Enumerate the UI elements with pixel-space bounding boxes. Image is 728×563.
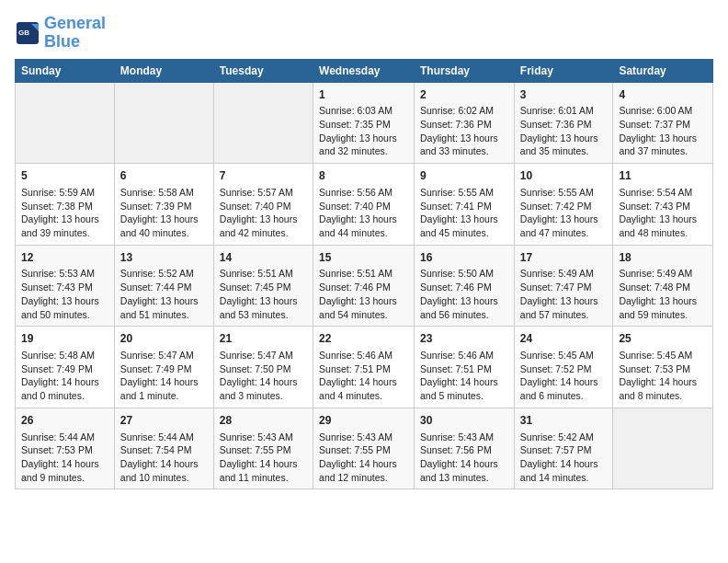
column-header-friday: Friday bbox=[514, 59, 613, 82]
day-info: Sunrise: 5:45 AM bbox=[619, 349, 707, 362]
day-number: 25 bbox=[619, 331, 707, 347]
day-number: 23 bbox=[420, 331, 508, 347]
day-info: Sunset: 7:55 PM bbox=[220, 443, 307, 457]
day-info: Daylight: 13 hours bbox=[619, 132, 707, 145]
day-info: Daylight: 13 hours bbox=[319, 132, 408, 145]
day-info: Sunrise: 5:52 AM bbox=[120, 267, 208, 281]
day-info: Sunrise: 5:49 AM bbox=[520, 267, 608, 281]
day-info: Daylight: 13 hours bbox=[420, 132, 508, 145]
day-info: and 39 minutes. bbox=[21, 226, 108, 240]
day-number: 26 bbox=[21, 413, 108, 429]
day-info: Sunset: 7:49 PM bbox=[21, 362, 108, 376]
day-number: 2 bbox=[420, 87, 508, 103]
day-info: Daylight: 13 hours bbox=[520, 132, 608, 145]
calendar-cell bbox=[16, 82, 115, 164]
calendar-week-5: 26Sunrise: 5:44 AMSunset: 7:53 PMDayligh… bbox=[16, 408, 713, 489]
day-info: Sunset: 7:53 PM bbox=[21, 443, 108, 457]
day-info: and 40 minutes. bbox=[120, 226, 208, 240]
calendar-week-1: 1Sunrise: 6:03 AMSunset: 7:35 PMDaylight… bbox=[16, 82, 713, 164]
day-info: Daylight: 14 hours bbox=[520, 375, 608, 389]
day-info: Daylight: 14 hours bbox=[319, 457, 408, 471]
calendar-cell: 20Sunrise: 5:47 AMSunset: 7:49 PMDayligh… bbox=[114, 327, 213, 408]
column-header-saturday: Saturday bbox=[613, 59, 713, 82]
day-info: Daylight: 14 hours bbox=[420, 457, 508, 471]
day-number: 4 bbox=[619, 87, 707, 103]
day-info: Daylight: 13 hours bbox=[220, 294, 307, 308]
day-info: and 56 minutes. bbox=[420, 308, 508, 322]
day-info: Sunset: 7:45 PM bbox=[220, 281, 307, 294]
calendar-cell: 1Sunrise: 6:03 AMSunset: 7:35 PMDaylight… bbox=[313, 82, 415, 164]
day-info: and 10 minutes. bbox=[120, 471, 208, 485]
day-info: Sunrise: 5:47 AM bbox=[220, 349, 307, 362]
day-info: Sunrise: 5:57 AM bbox=[220, 186, 307, 200]
day-info: Sunset: 7:40 PM bbox=[319, 200, 408, 213]
day-info: and 35 minutes. bbox=[520, 144, 608, 158]
calendar-cell: 27Sunrise: 5:44 AMSunset: 7:54 PMDayligh… bbox=[114, 408, 213, 489]
day-info: Daylight: 14 hours bbox=[520, 457, 608, 471]
column-header-sunday: Sunday bbox=[16, 59, 115, 82]
calendar-cell: 16Sunrise: 5:50 AMSunset: 7:46 PMDayligh… bbox=[415, 245, 515, 327]
day-info: Daylight: 13 hours bbox=[420, 294, 508, 308]
day-info: Sunset: 7:38 PM bbox=[21, 200, 108, 213]
day-info: and 53 minutes. bbox=[220, 308, 307, 322]
day-info: Sunrise: 5:47 AM bbox=[120, 349, 208, 362]
day-info: Sunset: 7:50 PM bbox=[220, 362, 307, 376]
day-number: 12 bbox=[21, 250, 108, 266]
column-header-thursday: Thursday bbox=[415, 59, 515, 82]
day-info: Sunrise: 5:59 AM bbox=[21, 186, 108, 200]
calendar-cell: 6Sunrise: 5:58 AMSunset: 7:39 PMDaylight… bbox=[114, 164, 213, 246]
day-info: Daylight: 14 hours bbox=[319, 375, 408, 389]
day-number: 5 bbox=[21, 168, 108, 184]
calendar-cell: 28Sunrise: 5:43 AMSunset: 7:55 PMDayligh… bbox=[213, 408, 313, 489]
day-info: and 8 minutes. bbox=[619, 389, 707, 403]
calendar-cell: 19Sunrise: 5:48 AMSunset: 7:49 PMDayligh… bbox=[16, 327, 115, 408]
calendar-cell bbox=[114, 82, 213, 164]
calendar-cell: 23Sunrise: 5:46 AMSunset: 7:51 PMDayligh… bbox=[415, 327, 515, 408]
calendar-week-2: 5Sunrise: 5:59 AMSunset: 7:38 PMDaylight… bbox=[16, 164, 713, 246]
day-info: Sunrise: 5:45 AM bbox=[520, 349, 608, 362]
day-info: and 5 minutes. bbox=[420, 389, 508, 403]
day-number: 28 bbox=[220, 413, 307, 429]
day-info: Sunrise: 5:43 AM bbox=[319, 431, 408, 444]
day-info: and 11 minutes. bbox=[220, 471, 307, 485]
day-number: 24 bbox=[520, 331, 608, 347]
day-info: Daylight: 14 hours bbox=[120, 457, 208, 471]
calendar-cell: 18Sunrise: 5:49 AMSunset: 7:48 PMDayligh… bbox=[613, 245, 713, 327]
day-number: 14 bbox=[220, 250, 307, 266]
day-info: Sunset: 7:40 PM bbox=[220, 200, 307, 213]
day-info: Sunrise: 5:58 AM bbox=[120, 186, 208, 200]
day-info: Sunrise: 5:43 AM bbox=[220, 431, 307, 444]
day-number: 22 bbox=[319, 331, 408, 347]
day-info: Daylight: 14 hours bbox=[21, 457, 108, 471]
day-info: Daylight: 13 hours bbox=[520, 213, 608, 226]
day-info: and 32 minutes. bbox=[319, 144, 408, 158]
day-info: and 13 minutes. bbox=[420, 471, 508, 485]
day-number: 27 bbox=[120, 413, 208, 429]
day-info: and 47 minutes. bbox=[520, 226, 608, 240]
day-info: and 51 minutes. bbox=[120, 308, 208, 322]
day-info: Sunrise: 6:00 AM bbox=[619, 104, 707, 118]
column-header-monday: Monday bbox=[114, 59, 213, 82]
day-info: Sunset: 7:53 PM bbox=[619, 362, 707, 376]
day-info: Daylight: 14 hours bbox=[220, 375, 307, 389]
calendar-cell: 5Sunrise: 5:59 AMSunset: 7:38 PMDaylight… bbox=[16, 164, 115, 246]
day-info: Sunrise: 5:42 AM bbox=[520, 431, 608, 444]
day-info: Sunrise: 5:53 AM bbox=[21, 267, 108, 281]
day-info: Daylight: 14 hours bbox=[420, 375, 508, 389]
calendar-cell: 13Sunrise: 5:52 AMSunset: 7:44 PMDayligh… bbox=[114, 245, 213, 327]
day-number: 9 bbox=[420, 168, 508, 184]
day-info: Daylight: 13 hours bbox=[120, 294, 208, 308]
day-info: Sunrise: 5:46 AM bbox=[420, 349, 508, 362]
calendar-cell: 2Sunrise: 6:02 AMSunset: 7:36 PMDaylight… bbox=[415, 82, 515, 164]
day-info: Sunset: 7:47 PM bbox=[520, 281, 608, 294]
column-header-tuesday: Tuesday bbox=[213, 59, 313, 82]
day-info: Sunrise: 5:44 AM bbox=[21, 431, 108, 444]
day-info: Daylight: 13 hours bbox=[120, 213, 208, 226]
day-info: and 54 minutes. bbox=[319, 308, 408, 322]
day-info: and 57 minutes. bbox=[520, 308, 608, 322]
day-info: Sunset: 7:43 PM bbox=[619, 200, 707, 213]
calendar-cell: 30Sunrise: 5:43 AMSunset: 7:56 PMDayligh… bbox=[415, 408, 515, 489]
day-number: 7 bbox=[220, 168, 307, 184]
page-header: GB GeneralBlue bbox=[15, 15, 713, 52]
day-number: 17 bbox=[520, 250, 608, 266]
